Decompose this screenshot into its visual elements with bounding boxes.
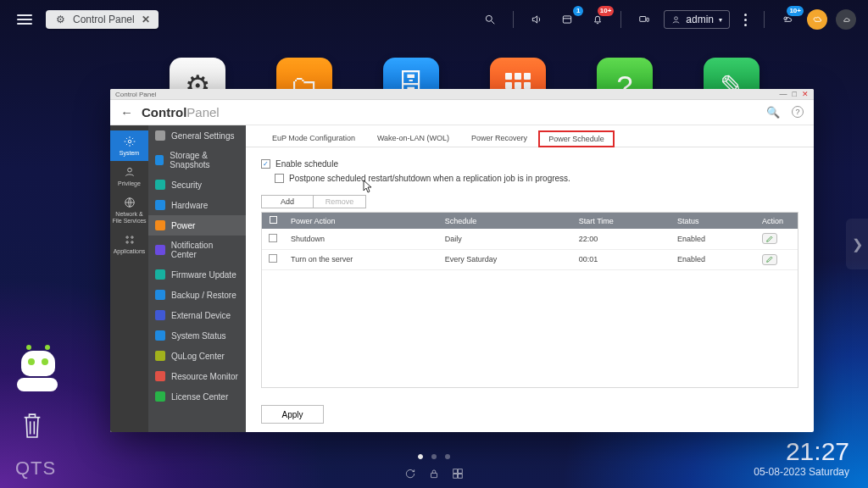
table-row[interactable]: Turn on the server Every Saturday 00:01 … — [262, 249, 798, 270]
weather-badge: 10+ — [787, 6, 804, 16]
tab-bar: EuP Mode Configuration Wake-on-LAN (WOL)… — [246, 125, 814, 147]
nav-security[interactable]: Security — [148, 175, 246, 195]
svg-rect-5 — [640, 17, 646, 22]
rail-applications[interactable]: Applications — [110, 229, 148, 259]
nav-storage-snapshots[interactable]: Storage & Snapshots — [148, 146, 246, 175]
nav-system-status[interactable]: System Status — [148, 325, 246, 346]
search-icon[interactable] — [479, 8, 501, 30]
rail-network[interactable]: Network & File Services — [110, 191, 148, 229]
desktop-controls — [404, 468, 464, 480]
window-titlebar[interactable]: Control Panel — □ ✕ — [110, 89, 814, 100]
svg-rect-2 — [564, 16, 571, 23]
rail-system[interactable]: System — [110, 130, 148, 161]
svg-rect-12 — [453, 469, 458, 474]
enable-schedule-checkbox[interactable]: ✓ — [261, 159, 270, 169]
nav-qulog-center[interactable]: QuLog Center — [148, 346, 246, 366]
brand-label: QTS — [15, 458, 56, 480]
bell-badge: 10+ — [598, 6, 615, 16]
postpone-checkbox[interactable] — [275, 174, 284, 183]
clock: 21:27 05-08-2023 Saturday — [754, 439, 849, 478]
col-status[interactable]: Status — [670, 213, 755, 229]
myqnapcloud-icon[interactable] — [807, 9, 827, 30]
window-help-icon[interactable]: ? — [792, 106, 804, 118]
svg-point-17 — [127, 168, 131, 172]
qbot-assistant[interactable] — [17, 351, 59, 393]
svg-point-7 — [675, 16, 678, 19]
add-button[interactable]: Add — [261, 195, 314, 208]
edit-row-button[interactable] — [762, 254, 777, 265]
col-checkbox[interactable] — [262, 213, 284, 229]
tab-power-schedule[interactable]: Power Schedule — [538, 130, 615, 147]
table-row[interactable]: Shutdown Daily 22:00 Enabled — [262, 229, 798, 249]
svg-rect-13 — [459, 469, 463, 474]
window-close[interactable]: ✕ — [802, 90, 809, 98]
nav-general-settings[interactable]: General Settings — [148, 125, 246, 146]
content-pane: EuP Mode Configuration Wake-on-LAN (WOL)… — [246, 125, 814, 432]
col-power-action[interactable]: Power Action — [284, 213, 438, 229]
enable-schedule-label: Enable schedule — [275, 159, 338, 169]
refresh-icon[interactable] — [404, 468, 416, 480]
remove-button[interactable]: Remove — [314, 195, 366, 208]
category-rail: System Privilege Network & File Services… — [110, 125, 148, 432]
apply-button[interactable]: Apply — [261, 405, 324, 424]
row-checkbox[interactable] — [269, 254, 277, 263]
tab-power-recovery[interactable]: Power Recovery — [460, 129, 538, 147]
schedule-table: Power Action Schedule Start Time Status … — [261, 212, 798, 388]
window-header: ← ControlPanel 🔍 ? — [110, 100, 814, 125]
tasks-icon[interactable]: 1 — [556, 8, 578, 30]
row-checkbox[interactable] — [269, 234, 277, 242]
cloud-icon[interactable] — [836, 9, 856, 30]
back-button[interactable]: ← — [120, 105, 133, 119]
col-schedule[interactable]: Schedule — [438, 213, 572, 229]
svg-point-22 — [131, 241, 132, 243]
lock-icon[interactable] — [428, 468, 440, 480]
nav-power[interactable]: Power — [148, 215, 246, 236]
window-maximize[interactable]: □ — [793, 90, 797, 98]
desktop-pager[interactable] — [418, 454, 450, 459]
svg-rect-11 — [431, 473, 437, 477]
tab-eup[interactable]: EuP Mode Configuration — [261, 129, 366, 147]
settings-nav: General Settings Storage & Snapshots Sec… — [148, 125, 246, 432]
next-desktop-arrow[interactable]: ❯ — [846, 219, 868, 269]
tasks-badge: 1 — [573, 6, 583, 16]
nav-hardware[interactable]: Hardware — [148, 195, 246, 215]
window-title: ControlPanel — [142, 105, 220, 119]
tab-wol[interactable]: Wake-on-LAN (WOL) — [366, 129, 460, 147]
taskbar-tab-controlpanel[interactable]: ⚙︎ Control Panel ✕ — [46, 10, 159, 29]
user-menu[interactable]: admin ▾ — [664, 10, 730, 29]
nav-external-device[interactable]: External Device — [148, 305, 246, 325]
taskbar: ⚙︎ Control Panel ✕ 1 10+ admin ▾ 10+ — [0, 0, 868, 39]
svg-point-16 — [128, 140, 131, 143]
controlpanel-window: Control Panel — □ ✕ ← ControlPanel 🔍 ? S… — [110, 89, 814, 432]
gear-icon: ⚙︎ — [54, 14, 66, 25]
postpone-label: Postpone scheduled restart/shutdown when… — [289, 174, 570, 183]
nav-notification-center[interactable]: Notification Center — [148, 236, 246, 264]
window-title-small: Control Panel — [115, 91, 156, 98]
volume-icon[interactable] — [526, 8, 548, 30]
window-search-icon[interactable]: 🔍 — [766, 106, 780, 119]
main-menu-button[interactable] — [12, 9, 37, 30]
col-start-time[interactable]: Start Time — [572, 213, 670, 229]
bell-icon[interactable]: 10+ — [587, 8, 609, 30]
window-minimize[interactable]: — — [780, 90, 787, 98]
dashboard-icon[interactable] — [452, 468, 464, 480]
nav-backup-restore[interactable]: Backup / Restore — [148, 285, 246, 305]
devices-icon[interactable] — [633, 8, 655, 30]
user-name: admin — [686, 14, 714, 25]
nav-license-center[interactable]: License Center — [148, 386, 246, 407]
svg-rect-14 — [453, 474, 458, 479]
recycle-bin[interactable] — [19, 408, 46, 442]
more-menu[interactable] — [738, 14, 752, 26]
taskbar-tab-close[interactable]: ✕ — [142, 14, 150, 25]
svg-line-1 — [492, 21, 495, 25]
edit-row-button[interactable] — [762, 233, 777, 244]
svg-point-19 — [125, 236, 127, 238]
rail-privilege[interactable]: Privilege — [110, 161, 148, 191]
nav-resource-monitor[interactable]: Resource Monitor — [148, 366, 246, 386]
svg-point-20 — [131, 236, 132, 238]
col-action[interactable]: Action — [755, 213, 798, 229]
clock-date: 05-08-2023 Saturday — [754, 466, 849, 478]
nav-firmware-update[interactable]: Firmware Update — [148, 264, 246, 285]
weather-icon[interactable]: 10+ — [776, 8, 798, 30]
chevron-down-icon: ▾ — [719, 16, 722, 24]
